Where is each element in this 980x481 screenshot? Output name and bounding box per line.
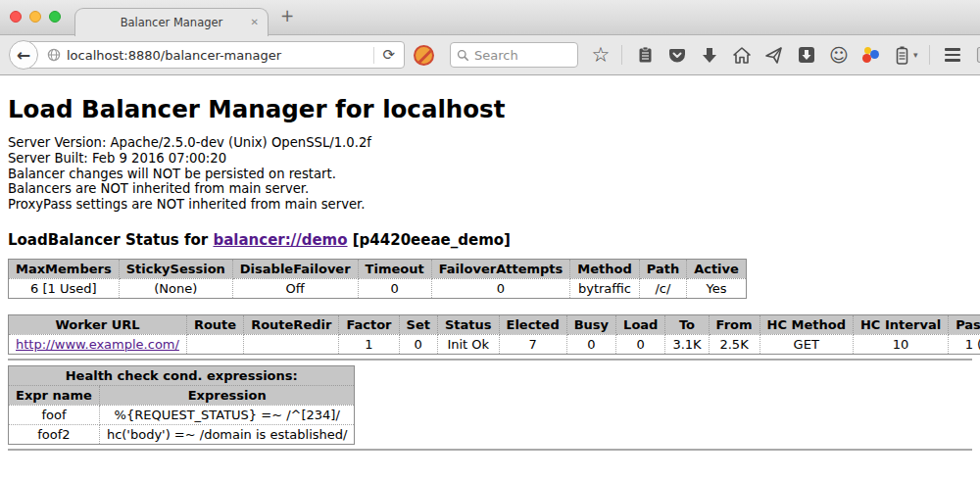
- bookmark-star-icon[interactable]: ☆: [591, 45, 611, 65]
- column-header: HC Interval: [853, 314, 948, 334]
- health-table-title: Health check cond. expressions:: [9, 365, 355, 385]
- column-header: Path: [639, 259, 686, 278]
- busy-cell: 0: [566, 334, 615, 354]
- passes-cell: 1 (0): [949, 334, 980, 354]
- worker-url-cell: http://www.example.com/: [9, 334, 187, 354]
- search-box[interactable]: [450, 42, 578, 68]
- proxypass-note-line: ProxyPass settings are NOT inherited fro…: [8, 197, 972, 213]
- column-header: MaxMembers: [9, 259, 120, 278]
- tab-close-icon[interactable]: ✕: [251, 18, 259, 27]
- timeout-cell: 0: [358, 278, 431, 298]
- factor-cell: 1: [339, 334, 399, 354]
- load-cell: 0: [616, 334, 665, 354]
- table-row: 6 [1 Used] (None) Off 0 0 bytraffic /c/ …: [9, 278, 747, 298]
- table-header-row: MaxMembers StickySession DisableFailover…: [9, 259, 747, 278]
- search-icon: [457, 49, 469, 62]
- column-header: Timeout: [358, 259, 431, 278]
- clipboard-icon[interactable]: [635, 45, 655, 65]
- back-button[interactable]: ←: [9, 40, 38, 70]
- expr-name-cell: foof: [9, 405, 100, 424]
- back-arrow-icon: ←: [17, 45, 30, 65]
- table-header-row: Worker URL Route RouteRedir Factor Set S…: [9, 314, 980, 334]
- column-header: Set: [399, 314, 437, 334]
- persist-note-line: Balancer changes will NOT be persisted o…: [8, 167, 972, 182]
- balancer-demo-link[interactable]: balancer://demo: [213, 231, 347, 249]
- column-header: Active: [687, 259, 747, 278]
- table-header-row: Expr name Expression: [9, 385, 355, 405]
- navigation-toolbar: ← localhost:8880/balancer-manager ⟳ ☆: [0, 35, 980, 75]
- to-cell: 3.1K: [665, 334, 709, 354]
- menu-icon[interactable]: [943, 45, 962, 65]
- pocket-icon[interactable]: [667, 45, 687, 65]
- tab-balancer-manager[interactable]: Balancer Manager ✕: [74, 8, 269, 36]
- urlbar-separator: [373, 47, 374, 64]
- set-cell: 0: [399, 334, 437, 354]
- column-header: Route: [186, 314, 243, 334]
- column-header: Passes: [949, 314, 980, 334]
- smiley-icon[interactable]: ☺: [829, 45, 849, 65]
- download-box-icon[interactable]: [797, 45, 816, 65]
- chevron-down-icon[interactable]: ▾: [913, 45, 918, 65]
- column-header: Method: [570, 259, 639, 278]
- toolbar-separator: [621, 45, 622, 65]
- new-tab-button[interactable]: +: [280, 6, 294, 25]
- server-info: Server Version: Apache/2.5.0-dev (Unix) …: [8, 135, 972, 213]
- send-icon[interactable]: [764, 45, 784, 65]
- download-arrow-icon[interactable]: [700, 45, 719, 65]
- route-cell: [186, 334, 243, 354]
- worker-url-link[interactable]: http://www.example.com/: [16, 337, 179, 352]
- column-header: Factor: [339, 314, 399, 334]
- blocker-icon[interactable]: [414, 45, 434, 66]
- zoom-window-button[interactable]: [49, 11, 61, 23]
- disablefailover-cell: Off: [232, 278, 358, 298]
- url-text[interactable]: localhost:8880/balancer-manager: [67, 48, 281, 63]
- table-row: foof2 hc('body') =~ /domain is establish…: [9, 424, 355, 444]
- column-header: Expression: [99, 385, 355, 405]
- browser-window: Balancer Manager ✕ + ← localhost:8880/ba…: [0, 0, 980, 481]
- column-header: From: [709, 314, 760, 334]
- home-icon[interactable]: [732, 45, 752, 65]
- column-header: Load: [616, 314, 665, 334]
- search-input[interactable]: [474, 48, 563, 63]
- column-header: Worker URL: [9, 314, 187, 334]
- battery-icon[interactable]: [892, 45, 911, 65]
- page-bottom-divider: [8, 449, 972, 451]
- server-built-line: Server Built: Feb 9 2016 07:00:20: [8, 151, 972, 167]
- from-cell: 2.5K: [709, 334, 760, 354]
- path-cell: /c/: [639, 278, 686, 298]
- column-header: Status: [437, 314, 499, 334]
- column-header: StickySession: [119, 259, 232, 278]
- column-header: FailoverAttempts: [431, 259, 570, 278]
- active-cell: Yes: [687, 278, 747, 298]
- tab-title: Balancer Manager: [121, 16, 223, 29]
- status-cell: Init Ok: [437, 334, 499, 354]
- close-window-button[interactable]: [10, 11, 22, 23]
- column-header: Expr name: [9, 385, 100, 405]
- hc-interval-cell: 10: [853, 334, 948, 354]
- reload-icon[interactable]: ⟳: [380, 46, 397, 64]
- toolbar-separator: [929, 45, 930, 65]
- failoverattempts-cell: 0: [431, 278, 570, 298]
- globe-icon: [47, 48, 61, 62]
- minimize-window-button[interactable]: [29, 11, 41, 23]
- section-divider: [8, 359, 972, 361]
- column-header: Elected: [499, 314, 566, 334]
- method-cell: bytraffic: [570, 278, 639, 298]
- maxmembers-cell: 6 [1 Used]: [9, 278, 120, 298]
- column-header: DisableFailover: [232, 259, 358, 278]
- window-controls: [10, 11, 61, 23]
- loadbalancer-status-heading: LoadBalancer Status for balancer://demo …: [8, 231, 972, 249]
- blue-dot: [870, 50, 879, 59]
- routeredir-cell: [244, 334, 339, 354]
- page-title: Load Balancer Manager for localhost: [8, 95, 972, 123]
- url-bar[interactable]: localhost:8880/balancer-manager ⟳: [23, 41, 405, 69]
- inherit-note-line: Balancers are NOT inherited from main se…: [8, 181, 972, 197]
- server-version-line: Server Version: Apache/2.5.0-dev (Unix) …: [8, 135, 972, 151]
- balancer-settings-table: MaxMembers StickySession DisableFailover…: [8, 259, 747, 299]
- color-dots-icon[interactable]: [861, 46, 879, 64]
- table-title-row: Health check cond. expressions:: [9, 365, 355, 385]
- pages-icon[interactable]: [975, 45, 980, 65]
- titlebar: Balancer Manager ✕ +: [0, 0, 980, 35]
- red-dot: [862, 54, 871, 63]
- elected-cell: 7: [499, 334, 566, 354]
